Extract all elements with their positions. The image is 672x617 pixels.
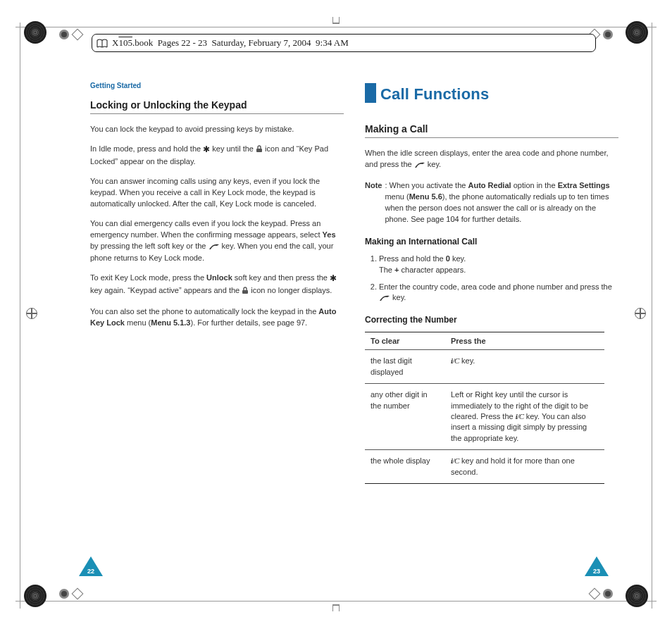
registration-group [59, 30, 82, 39]
table-header: To clear [365, 332, 445, 350]
ornament-icon [626, 585, 648, 607]
crop-line [652, 23, 652, 609]
list-item: Press and hold the 0 key. The + characte… [379, 254, 618, 276]
gutter-mark-icon [332, 17, 340, 24]
book-icon [97, 39, 108, 48]
table-row: the whole display i/C key and hold it fo… [365, 450, 604, 484]
clear-key-icon: i/C [451, 456, 459, 466]
star-key-icon: ✱ [330, 273, 337, 285]
ornament-icon [24, 21, 46, 44]
registration-group [59, 589, 82, 599]
header-text: X105.book Pages 22 - 23 Saturday, Februa… [112, 37, 349, 49]
paragraph: You can dial emergency calls even if you… [90, 218, 344, 265]
page-spread: X105.book Pages 22 - 23 Saturday, Februa… [0, 0, 672, 617]
list-item: Enter the country code, area code and ph… [379, 282, 618, 306]
paragraph: You can also set the phone to automatica… [90, 306, 344, 329]
section-title: Locking or Unlocking the Keypad [90, 99, 344, 114]
paragraph: You can lock the keypad to avoid pressin… [90, 124, 344, 135]
running-head: Getting Started [90, 82, 344, 89]
table-row: any other digit in the number Left or Ri… [365, 384, 604, 450]
chapter-bar-icon [365, 83, 376, 103]
chapter-title: Call Functions [365, 83, 618, 104]
paragraph: When the idle screen displays, enter the… [365, 148, 618, 172]
page-number: 22 [79, 568, 103, 575]
subsection-title: Making an International Call [365, 237, 618, 247]
svg-rect-2 [242, 290, 248, 294]
svg-rect-1 [256, 149, 262, 152]
clear-key-icon: i/C [451, 356, 459, 366]
table-row: the last digit displayed i/C key. [365, 350, 604, 384]
registration-group [590, 589, 613, 599]
note-block: Note : When you activate the Auto Redial… [365, 180, 618, 225]
page-number-marker: 22 [79, 556, 103, 576]
paragraph: To exit Key Lock mode, press the Unlock … [90, 273, 344, 297]
registration-mark-icon [635, 308, 645, 318]
crop-line [20, 23, 20, 609]
crop-line [15, 601, 657, 602]
clear-key-icon: i/C [516, 411, 524, 422]
gutter-mark-icon [332, 604, 340, 611]
page-number: 23 [585, 568, 609, 575]
star-key-icon: ✱ [203, 144, 210, 156]
correcting-table: To clear Press the the last digit displa… [365, 332, 604, 484]
document-header-bar: X105.book Pages 22 - 23 Saturday, Februa… [92, 34, 596, 52]
paragraph: In Idle mode, press and hold the ✱ key u… [90, 144, 344, 168]
page-number-marker: 23 [585, 556, 609, 576]
steps-list: Press and hold the 0 key. The + characte… [365, 254, 618, 306]
lock-icon [242, 287, 249, 298]
send-key-icon [414, 161, 425, 172]
ornament-icon [24, 585, 46, 607]
ornament-icon [626, 21, 648, 44]
right-page: Call Functions Making a Call When the id… [365, 70, 618, 484]
registration-mark-icon [27, 308, 37, 318]
left-page: Getting Started Locking or Unlocking the… [90, 70, 344, 337]
subsection-title: Correcting the Number [365, 315, 618, 325]
send-key-icon [379, 294, 390, 305]
crop-line [15, 27, 657, 27]
section-title: Making a Call [365, 123, 618, 138]
send-key-icon [209, 242, 220, 254]
table-header: Press the [445, 332, 604, 350]
lock-icon [256, 145, 263, 156]
paragraph: You can answer incoming calls using any … [90, 176, 344, 210]
